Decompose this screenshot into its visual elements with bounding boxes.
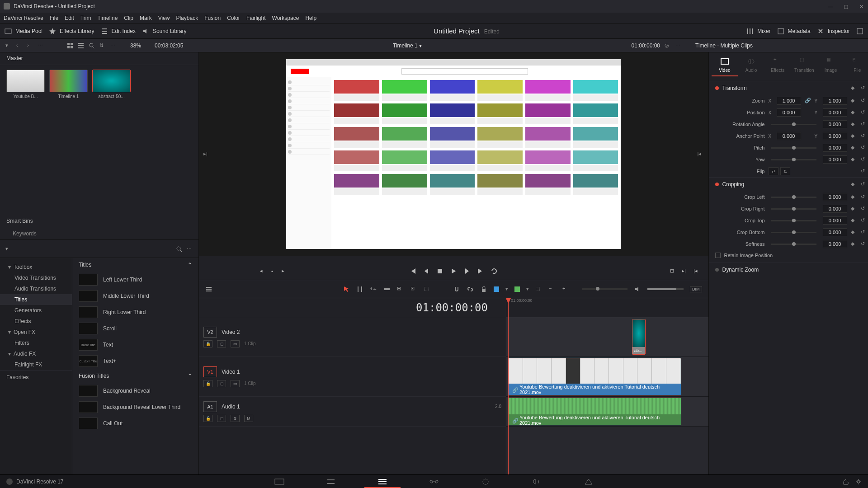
cat-generators[interactable]: Generators [0,305,72,316]
flag-dropdown-icon[interactable]: ▾ [526,286,529,292]
menu-view[interactable]: View [158,15,170,21]
clip-v1[interactable]: 🔗Youtube Bewertung deaktivieren und akti… [508,358,681,395]
reset-icon[interactable]: ↺ [861,206,867,212]
page-media[interactable] [274,477,285,486]
zoom-y-input[interactable] [823,97,847,105]
menu-fusion[interactable]: Fusion [204,15,221,21]
keywords-bin[interactable]: Keywords [0,228,198,239]
pitch-slider[interactable] [771,147,816,149]
crop-top-input[interactable] [823,216,847,225]
crop-bottom-slider[interactable] [771,232,816,233]
auto-select-v1[interactable]: ◻ [217,380,226,387]
sort-icon[interactable]: ⇅ [99,42,106,49]
stop-button[interactable] [436,267,443,275]
rotation-input[interactable] [823,120,847,128]
reset-icon[interactable]: ↺ [861,121,867,127]
pos-y-input[interactable] [823,108,847,117]
fusion-item-0[interactable]: Background Reveal [72,383,198,399]
go-start-button[interactable] [409,267,416,275]
reset-icon[interactable]: ↺ [861,85,867,91]
tracks-area[interactable]: 01:00:00:00 01:01:14:00 01:02:28:00 ab..… [506,298,708,474]
media-clip-0[interactable]: Youtube B... [6,70,45,99]
reset-icon[interactable]: ↺ [861,109,867,116]
media-clip-1[interactable]: Timeline 1 [49,70,88,99]
flip-v-button[interactable]: ⇅ [780,167,790,175]
play-button[interactable] [450,267,457,275]
title-item-2[interactable]: Right Lower Third [72,304,198,320]
insert-tool[interactable]: ⊞ [397,286,404,293]
link-icon[interactable] [467,286,474,293]
keyframe-icon[interactable]: ◆ [851,85,857,91]
cat-audiofx[interactable]: ▾Audio FX [0,348,72,359]
selection-tool[interactable] [343,286,350,293]
nav-fwd-icon[interactable]: › [27,42,33,49]
title-item-3[interactable]: Scroll [72,320,198,337]
track-lane-v2[interactable]: ab... [506,317,708,357]
reset-icon[interactable]: ↺ [861,168,867,174]
lock-track-a1[interactable]: 🔒 [203,415,212,422]
target-icon[interactable]: ◎ [665,42,671,49]
bin-view-dropdown[interactable]: ▾ [5,42,12,49]
kf-icon[interactable]: ◆ [851,145,857,151]
retain-image-checkbox[interactable] [715,253,721,258]
in-point-icon[interactable]: ▸| [680,267,688,275]
disable-track-v1[interactable]: ▭ [231,380,240,387]
reset-icon[interactable]: ↺ [861,241,867,247]
kf-icon[interactable]: ◆ [851,121,857,127]
reset-icon[interactable]: ↺ [861,98,867,104]
timeline-zoom-slider[interactable] [582,288,627,290]
crop-right-slider[interactable] [771,208,816,210]
jog-next-icon[interactable]: ▸ [279,267,287,275]
inspector-toggle[interactable]: Inspector [817,28,850,35]
title-item-5[interactable]: Custom TitleText+ [72,353,198,369]
flag-green[interactable] [514,286,520,292]
out-point-icon[interactable]: |◂ [692,267,699,275]
fusion-titles-header[interactable]: Fusion Titles⌃ [72,369,198,383]
kf-icon[interactable]: ◆ [851,194,857,200]
menu-clip[interactable]: Clip [124,15,133,21]
kf-icon[interactable]: ◆ [851,217,857,224]
crop-bottom-input[interactable] [823,228,847,236]
lock-icon[interactable] [480,286,487,293]
kf-icon[interactable]: ◆ [851,98,857,104]
metadata-toggle[interactable]: Metadata [777,28,811,35]
jog-dot-icon[interactable]: • [269,267,276,275]
crop-top-slider[interactable] [771,220,816,221]
crop-right-input[interactable] [823,205,847,213]
range-icon[interactable]: ⬚ [535,286,542,293]
kf-icon[interactable]: ◆ [851,156,857,163]
track-id-v2[interactable]: V2 [203,327,217,338]
keyframe-icon[interactable]: ◆ [851,181,857,188]
home-icon[interactable] [843,479,849,485]
menu-playback[interactable]: Playback [176,15,198,21]
track-header-v2[interactable]: V2 Video 2 🔒 ◻ ▭ 1 Clip [199,317,506,357]
dynamic-zoom-header[interactable]: Dynamic Zoom [709,263,868,277]
crop-left-input[interactable] [823,193,847,201]
search-icon[interactable] [89,42,95,49]
trim-tool[interactable] [356,286,363,293]
title-item-1[interactable]: Middle Lower Third [72,288,198,304]
track-header-a1[interactable]: A1 Audio 1 2.0 🔒 ◻ S M [199,397,506,427]
inspector-tab-video[interactable]: Video [712,57,738,76]
timeline-view-icon[interactable] [205,286,212,293]
reset-icon[interactable]: ↺ [861,156,867,163]
loop-button[interactable] [491,267,498,275]
timeline-ruler[interactable]: 01:00:00:00 01:01:14:00 01:02:28:00 [506,298,708,317]
yaw-slider[interactable] [771,159,816,160]
crop-left-slider[interactable] [771,197,816,198]
page-deliver[interactable] [583,477,594,486]
yaw-input[interactable] [823,155,847,164]
cat-titles[interactable]: Titles [0,294,72,305]
settings-gear-icon[interactable] [855,479,862,485]
zoom-out-icon[interactable]: − [549,286,556,293]
menu-color[interactable]: Color [227,15,240,21]
rotation-slider[interactable] [771,124,816,125]
nav-back-icon[interactable]: ‹ [16,42,23,49]
go-end-button[interactable] [477,267,484,275]
reset-icon[interactable]: ↺ [861,194,867,200]
overwrite-tool[interactable]: ⊡ [410,286,418,293]
media-pool-toggle[interactable]: Media Pool [5,28,42,35]
page-fusion[interactable] [429,477,439,486]
prev-clip-icon[interactable]: ▸| [203,151,210,157]
cat-openfx[interactable]: ▾Open FX [0,327,72,338]
